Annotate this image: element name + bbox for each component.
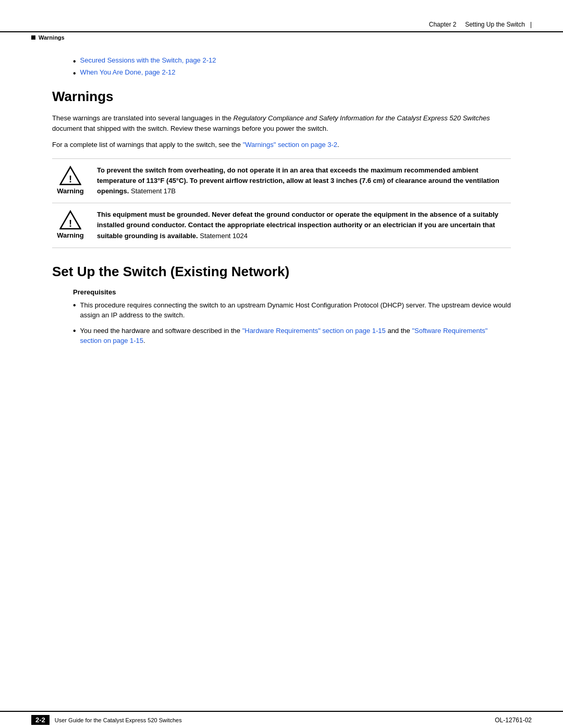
xref-end: .: [337, 141, 339, 149]
warning-bold-2: This equipment must be grounded. Never d…: [97, 211, 498, 239]
footer-doc-num: OL-12761-02: [495, 717, 532, 724]
warning-text-2: This equipment must be grounded. Never d…: [97, 209, 511, 241]
page-header: Chapter 2 Setting Up the Switch |: [0, 0, 563, 32]
list-item: This procedure requires connecting the s…: [73, 300, 511, 320]
prereq-item-2: You need the hardware and software descr…: [80, 326, 511, 346]
prereq-item-2-text-before: You need the hardware and software descr…: [80, 327, 242, 335]
svg-text:!: !: [69, 218, 72, 229]
setup-heading: Set Up the Switch (Existing Network): [52, 264, 511, 280]
hardware-req-link[interactable]: "Hardware Requirements" section on page …: [242, 327, 386, 335]
warning-triangle-icon-2: !: [59, 209, 81, 231]
xref-text: For a complete list of warnings that app…: [52, 141, 243, 149]
sidebar-label-row: Warnings: [0, 32, 563, 46]
list-item: You need the hardware and software descr…: [73, 326, 511, 346]
warning-block-1: ! Warning To prevent the switch from ove…: [52, 158, 511, 203]
prereq-item-2-text-mid: and the: [386, 327, 412, 335]
warning-triangle-icon-1: !: [59, 165, 81, 187]
sidebar-label-text: Warnings: [39, 34, 65, 41]
chapter-label: Chapter 2: [429, 21, 457, 28]
warning-label-1: Warning: [57, 187, 84, 195]
footer-page-num: 2-2: [31, 715, 50, 725]
prereq-item-1-text: This procedure requires connecting the s…: [80, 300, 511, 320]
svg-text:!: !: [69, 174, 72, 184]
secured-sessions-link[interactable]: Secured Sessions with the Switch, page 2…: [80, 56, 216, 64]
warning-icon-col-2: ! Warning: [52, 209, 89, 239]
intro-text-2: document that shipped with the switch. R…: [52, 125, 328, 132]
bullet-link-list: Secured Sessions with the Switch, page 2…: [73, 56, 511, 78]
warning-label-2: Warning: [57, 231, 84, 239]
page: Chapter 2 Setting Up the Switch | Warnin…: [0, 0, 563, 728]
xref-para: For a complete list of warnings that app…: [52, 140, 511, 150]
intro-text-1: These warnings are translated into sever…: [52, 114, 234, 122]
warning-block-2: ! Warning This equipment must be grounde…: [52, 203, 511, 248]
warning-normal-2: Statement 1024: [198, 232, 248, 240]
prereq-list: This procedure requires connecting the s…: [73, 300, 511, 346]
warning-icon-col-1: ! Warning: [52, 165, 89, 195]
list-item: Secured Sessions with the Switch, page 2…: [73, 56, 511, 66]
sidebar-square-icon: [31, 35, 35, 40]
chapter-title: Setting Up the Switch: [465, 21, 525, 28]
main-content: Secured Sessions with the Switch, page 2…: [0, 46, 563, 372]
warnings-xref-link[interactable]: "Warnings" section on page 3-2: [243, 141, 337, 149]
header-chapter: Chapter 2 Setting Up the Switch |: [429, 21, 532, 28]
warning-normal-1: Statement 17B: [129, 187, 176, 195]
footer-left: 2-2 User Guide for the Catalyst Express …: [31, 715, 182, 725]
warnings-intro: These warnings are translated into sever…: [52, 113, 511, 133]
page-footer: 2-2 User Guide for the Catalyst Express …: [0, 711, 563, 728]
warnings-heading: Warnings: [52, 89, 511, 105]
when-done-link[interactable]: When You Are Done, page 2-12: [80, 68, 176, 76]
footer-guide-text: User Guide for the Catalyst Express 520 …: [55, 717, 182, 723]
intro-italic: Regulatory Compliance and Safety Informa…: [234, 114, 490, 122]
warning-text-1: To prevent the switch from overheating, …: [97, 165, 511, 196]
prereq-item-2-text-after: .: [143, 337, 145, 344]
list-item: When You Are Done, page 2-12: [73, 68, 511, 78]
prereq-heading: Prerequisites: [73, 288, 511, 296]
